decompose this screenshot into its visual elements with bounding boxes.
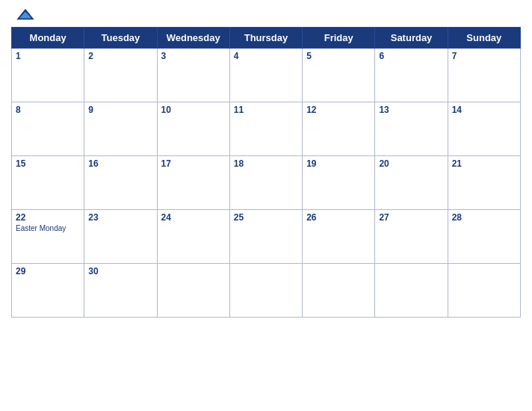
- day-cell: 10: [157, 102, 229, 156]
- day-cell: [375, 264, 448, 318]
- day-cell: 6: [375, 49, 448, 102]
- day-number: 22: [16, 212, 80, 223]
- day-number: 28: [452, 212, 516, 223]
- day-cell: 26: [303, 210, 375, 264]
- weekday-header-wednesday: Wednesday: [157, 28, 229, 49]
- day-cell: 22Easter Monday: [12, 210, 84, 264]
- day-number: 15: [16, 158, 80, 169]
- day-number: 25: [234, 212, 298, 223]
- weekday-header-saturday: Saturday: [375, 28, 448, 49]
- day-cell: 14: [448, 102, 520, 156]
- weekday-header-tuesday: Tuesday: [84, 28, 157, 49]
- week-row-5: 2930: [12, 264, 521, 318]
- day-number: 18: [234, 158, 298, 169]
- day-cell: 24: [157, 210, 229, 264]
- day-cell: [229, 264, 302, 318]
- day-cell: 15: [12, 156, 84, 210]
- day-number: 7: [452, 51, 516, 61]
- day-cell: 27: [375, 210, 448, 264]
- day-cell: 2: [84, 49, 157, 102]
- day-number: 10: [161, 105, 226, 115]
- day-number: 12: [306, 105, 371, 115]
- day-number: 17: [161, 158, 226, 169]
- day-cell: 5: [303, 49, 375, 102]
- week-row-3: 15161718192021: [12, 156, 521, 210]
- day-number: 2: [88, 51, 152, 61]
- day-event: Easter Monday: [16, 224, 80, 232]
- logo-icon: [15, 7, 36, 21]
- weekday-header-sunday: Sunday: [448, 28, 520, 49]
- day-number: 9: [88, 105, 152, 115]
- calendar-table: MondayTuesdayWednesdayThursdayFridaySatu…: [11, 27, 521, 318]
- day-cell: 30: [84, 264, 157, 318]
- day-number: 11: [234, 105, 298, 115]
- day-cell: 23: [84, 210, 157, 264]
- day-cell: 21: [448, 156, 520, 210]
- day-cell: [157, 264, 229, 318]
- day-cell: 3: [157, 49, 229, 102]
- day-number: 1: [16, 51, 80, 61]
- week-row-4: 22Easter Monday232425262728: [12, 210, 521, 264]
- day-cell: 29: [12, 264, 84, 318]
- day-cell: 17: [157, 156, 229, 210]
- day-number: 16: [88, 158, 152, 169]
- day-number: 30: [88, 266, 152, 276]
- day-cell: 8: [12, 102, 84, 156]
- day-number: 20: [379, 158, 443, 169]
- day-cell: 7: [448, 49, 520, 102]
- day-number: 8: [16, 105, 80, 115]
- day-number: 4: [234, 51, 298, 61]
- day-cell: 13: [375, 102, 448, 156]
- day-cell: 4: [229, 49, 302, 102]
- day-number: 14: [452, 105, 516, 115]
- day-number: 26: [306, 212, 371, 223]
- day-cell: 9: [84, 102, 157, 156]
- day-cell: 20: [375, 156, 448, 210]
- week-row-1: 1234567: [12, 49, 521, 102]
- day-cell: [448, 264, 520, 318]
- weekday-header-monday: Monday: [12, 28, 84, 49]
- day-cell: 18: [229, 156, 302, 210]
- day-cell: 11: [229, 102, 302, 156]
- day-cell: 16: [84, 156, 157, 210]
- weekday-header-thursday: Thursday: [229, 28, 302, 49]
- day-number: 5: [306, 51, 371, 61]
- day-number: 24: [161, 212, 226, 223]
- day-cell: 25: [229, 210, 302, 264]
- day-number: 23: [88, 212, 152, 223]
- day-number: 21: [452, 158, 516, 169]
- day-number: 19: [306, 158, 371, 169]
- logo: [15, 7, 36, 21]
- day-number: 13: [379, 105, 443, 115]
- day-cell: 28: [448, 210, 520, 264]
- day-number: 27: [379, 212, 443, 223]
- day-number: 3: [161, 51, 226, 61]
- weekday-header-friday: Friday: [303, 28, 375, 49]
- day-cell: 19: [303, 156, 375, 210]
- weekday-header-row: MondayTuesdayWednesdayThursdayFridaySatu…: [12, 28, 521, 49]
- day-cell: 1: [12, 49, 84, 102]
- day-cell: [303, 264, 375, 318]
- page-header: [11, 7, 521, 21]
- week-row-2: 891011121314: [12, 102, 521, 156]
- day-number: 29: [16, 266, 80, 276]
- day-cell: 12: [303, 102, 375, 156]
- day-number: 6: [379, 51, 443, 61]
